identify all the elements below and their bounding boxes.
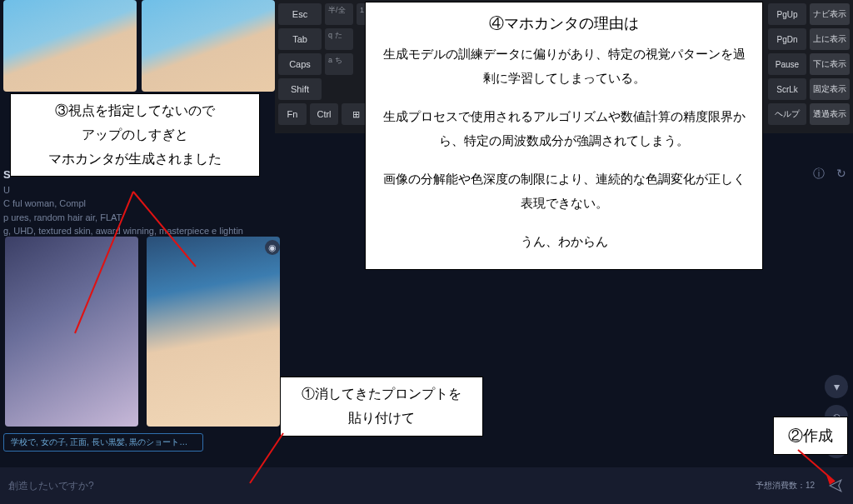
key-tab[interactable]: Tab: [278, 28, 322, 50]
reload-icon[interactable]: ↻: [836, 167, 846, 182]
anno3-line: アップのしすぎと: [21, 123, 249, 147]
cost-label: 予想消費数：12: [756, 480, 815, 492]
key-pause[interactable]: Pause: [768, 53, 806, 75]
key-caps[interactable]: Caps: [278, 53, 322, 75]
info-icon[interactable]: ⓘ: [813, 167, 825, 182]
key-esc[interactable]: Esc: [278, 3, 322, 25]
anno4-para: 画像の分解能や色深度の制限により、連続的な色調変化が正しく表現できない。: [381, 167, 747, 215]
visibility-icon[interactable]: ◉: [265, 240, 280, 255]
anno2-text: ②作成: [788, 427, 833, 444]
anno3-line: ③視点を指定してないので: [21, 99, 249, 123]
key-shift[interactable]: Shift: [278, 78, 322, 100]
anno3-line: マホカンタが生成されました: [21, 147, 249, 172]
result-thumbnail-row: [0, 0, 278, 92]
anno1-line: ①消してきたプロンプトを: [291, 382, 472, 407]
send-icon: [828, 478, 843, 493]
key-trans[interactable]: 透過表示: [810, 103, 850, 125]
anno4-para: 生成モデルの訓練データに偏りがあり、特定の視覚パターンを過剰に学習してしまってい…: [381, 42, 747, 90]
result-thumbnail[interactable]: [5, 237, 138, 427]
key-a[interactable]: a ち: [325, 53, 353, 75]
toolbar-icons: ⓘ ↻: [813, 167, 846, 182]
result-thumbnail[interactable]: [147, 237, 280, 427]
prompt-tag-pill[interactable]: 学校で, 女の子, 正面, 長い黒髪, 黒のショートスカート...: [3, 433, 203, 452]
anno1-line: 貼り付けて: [291, 407, 472, 431]
anno4-title: ④マホカンタの理由は: [381, 9, 747, 37]
key-pgdn[interactable]: PgDn: [768, 28, 806, 50]
key-top[interactable]: 上に表示: [810, 28, 850, 50]
prompt-input-bar: 創造したいですか? 予想消費数：12: [0, 467, 853, 504]
key-hankaku[interactable]: 半/全: [325, 3, 353, 25]
key-ctrl[interactable]: Ctrl: [310, 103, 338, 125]
prompt-input[interactable]: 創造したいですか?: [8, 479, 749, 493]
result-thumbnail[interactable]: [142, 0, 275, 92]
key-navi[interactable]: ナビ表示: [810, 3, 850, 25]
key-fix[interactable]: 固定表示: [810, 78, 850, 100]
send-button[interactable]: [826, 477, 845, 495]
key-fn[interactable]: Fn: [278, 103, 307, 125]
dropdown-toggle-button[interactable]: ▾: [825, 375, 848, 398]
key-bottom[interactable]: 下に表示: [810, 53, 850, 75]
anno4-para: 生成プロセスで使用されるアルゴリズムや数値計算の精度限界から、特定の周波数成分が…: [381, 105, 747, 152]
key-help[interactable]: ヘルプ: [768, 103, 806, 125]
keyboard-side-column: PgUpナビ表示 PgDn上に表示 Pause下に表示 ScrLk固定表示 ヘル…: [768, 3, 850, 125]
key-scrlk[interactable]: ScrLk: [768, 78, 806, 100]
annotation-1: ①消してきたプロンプトを 貼り付けて: [280, 377, 483, 437]
annotation-4: ④マホカンタの理由は 生成モデルの訓練データに偏りがあり、特定の視覚パターンを過…: [365, 2, 763, 270]
anno4-para: うん、わからん: [381, 230, 747, 254]
annotation-3: ③視点を指定してないので アップのしすぎと マホカンタが生成されました: [10, 93, 260, 177]
result-thumbnail[interactable]: [3, 0, 137, 92]
key-pgup[interactable]: PgUp: [768, 3, 806, 25]
key-q[interactable]: q た: [325, 28, 353, 50]
annotation-2: ②作成: [773, 417, 848, 455]
